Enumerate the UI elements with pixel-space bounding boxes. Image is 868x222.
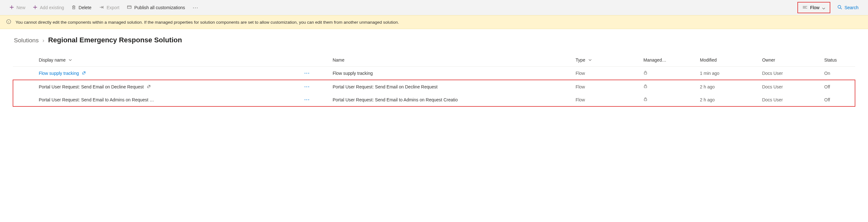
col-actions (301, 54, 329, 67)
delete-button[interactable]: Delete (68, 3, 94, 12)
row-name: Portal User Request: Send Email on Decli… (330, 80, 572, 93)
info-icon (6, 19, 11, 25)
flow-icon (803, 5, 808, 10)
row-check-cell[interactable] (13, 80, 35, 93)
row-display-text: Portal User Request: Send Email on Decli… (39, 84, 144, 89)
new-label: New (17, 5, 25, 10)
row-type: Flow (572, 93, 640, 106)
trash-icon (71, 5, 76, 10)
plus-icon (33, 5, 37, 10)
col-checkbox[interactable] (13, 54, 35, 67)
svg-rect-3 (644, 72, 647, 74)
lock-icon (644, 71, 647, 76)
publish-all-button[interactable]: Publish all customizations (124, 3, 188, 12)
row-modified: 1 min ago (697, 67, 759, 80)
delete-label: Delete (79, 5, 91, 10)
col-status[interactable]: Status (821, 54, 855, 67)
row-status: Off (821, 93, 855, 106)
add-existing-button[interactable]: Add existing (30, 3, 67, 12)
row-owner: Docs User (759, 93, 821, 106)
row-modified: 2 h ago (697, 80, 759, 93)
flow-button-highlight: Flow (798, 2, 830, 13)
search-label: Search (844, 5, 859, 10)
row-display-link[interactable]: Flow supply tracking (39, 71, 79, 76)
row-type: Flow (572, 67, 640, 80)
breadcrumb-root[interactable]: Solutions (14, 37, 39, 44)
col-display-name[interactable]: Display name (35, 54, 301, 67)
breadcrumb-current: Regional Emergency Response Solution (48, 36, 182, 44)
svg-rect-4 (644, 86, 647, 88)
search-icon (837, 5, 842, 10)
row-status: On (821, 67, 855, 80)
row-more-actions[interactable]: ··· (304, 97, 310, 102)
search-button[interactable]: Search (834, 3, 862, 12)
row-check-cell[interactable] (13, 67, 35, 80)
plus-icon (9, 5, 14, 10)
row-owner: Docs User (759, 67, 821, 80)
chevron-down-icon (69, 58, 72, 63)
row-name: Portal User Request: Send Email to Admin… (330, 93, 572, 106)
svg-point-1 (838, 5, 841, 8)
export-button[interactable]: Export (96, 3, 123, 12)
row-more-actions[interactable]: ··· (304, 84, 310, 89)
export-icon (99, 5, 104, 10)
col-type[interactable]: Type (572, 54, 640, 67)
breadcrumb: Solutions › Regional Emergency Response … (0, 29, 868, 47)
row-name: Flow supply tracking (330, 67, 572, 80)
row-type: Flow (572, 80, 640, 93)
row-status: Off (821, 80, 855, 93)
table-header-row: Display name Name Type Managed… Modified (13, 54, 855, 67)
row-check-cell[interactable] (13, 93, 35, 106)
row-owner: Docs User (759, 80, 821, 93)
components-table-wrap: Display name Name Type Managed… Modified (0, 47, 868, 107)
export-label: Export (107, 5, 119, 10)
components-table: Display name Name Type Managed… Modified (13, 54, 855, 107)
table-row[interactable]: Flow supply tracking ···Flow supply trac… (13, 67, 855, 80)
command-bar: New Add existing Delete Export Publish a (0, 0, 868, 15)
col-modified[interactable]: Modified (697, 54, 759, 67)
chevron-down-icon (588, 58, 592, 63)
info-banner-text: You cannot directly edit the components … (16, 20, 399, 25)
chevron-right-icon: › (42, 37, 44, 44)
row-more-actions[interactable]: ··· (304, 71, 310, 76)
open-icon[interactable] (82, 71, 86, 76)
svg-rect-0 (128, 6, 131, 8)
row-display-text: Portal User Request: Send Email to Admin… (39, 97, 154, 102)
info-banner: You cannot directly edit the components … (0, 15, 868, 29)
publish-icon (127, 5, 132, 10)
flow-label: Flow (810, 5, 819, 10)
flow-button[interactable]: Flow (799, 3, 829, 12)
chevron-down-icon (822, 6, 825, 9)
col-name[interactable]: Name (330, 54, 572, 67)
lock-icon (644, 84, 647, 89)
lock-icon (644, 97, 647, 102)
more-commands-icon[interactable]: ··· (190, 3, 202, 13)
svg-rect-5 (644, 99, 647, 101)
add-existing-label: Add existing (40, 5, 64, 10)
col-owner[interactable]: Owner (759, 54, 821, 67)
table-row[interactable]: Portal User Request: Send Email to Admin… (13, 93, 855, 106)
open-icon[interactable] (147, 84, 151, 89)
table-row[interactable]: Portal User Request: Send Email on Decli… (13, 80, 855, 93)
new-button[interactable]: New (6, 3, 29, 12)
publish-all-label: Publish all customizations (134, 5, 185, 10)
row-modified: 2 h ago (697, 93, 759, 106)
col-managed[interactable]: Managed… (641, 54, 697, 67)
